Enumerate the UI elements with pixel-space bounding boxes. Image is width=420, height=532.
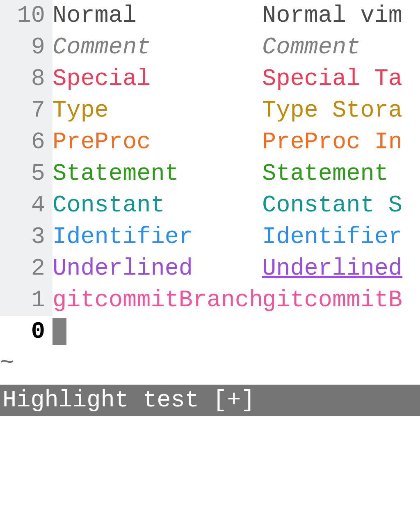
line-number-current: 0 [0,316,52,348]
line-number: 8 [0,63,52,95]
highlight-group-sample: Constant S [262,192,402,218]
line-content[interactable] [52,316,420,348]
highlight-group-name: Identifier [52,221,262,253]
editor-line[interactable]: 10NormalNormal vim [0,0,420,32]
editor-line[interactable]: 4ConstantConstant S [0,190,420,221]
line-number: 10 [0,0,52,32]
line-content[interactable]: IdentifierIdentifier [52,221,420,253]
editor-line[interactable]: 7TypeType Stora [0,95,420,126]
highlight-group-sample: Comment [262,34,360,60]
line-number: 6 [0,126,52,158]
line-content[interactable]: ConstantConstant S [52,190,420,221]
editor-buffer[interactable]: 10NormalNormal vim9CommentComment8Specia… [0,0,420,379]
highlight-group-name: Statement [52,158,262,190]
status-line-text: Highlight test [+] [2,385,255,416]
highlight-group-name: gitcommitBranch [52,284,262,316]
line-content[interactable]: UnderlinedUnderlined [52,253,420,284]
highlight-group-sample: Normal vim [262,2,402,29]
line-number: 7 [0,95,52,126]
highlight-group-sample: gitcommitB [262,287,402,313]
highlight-group-sample: Underlined [262,255,402,282]
editor-line[interactable]: 6PreProcPreProc In [0,126,420,158]
line-content[interactable]: StatementStatement [52,158,420,190]
tilde-icon: ~ [0,348,14,379]
editor-line[interactable]: 8SpecialSpecial Ta [0,63,420,95]
line-content[interactable]: TypeType Stora [52,95,420,126]
highlight-group-name: Underlined [52,253,262,284]
line-number: 5 [0,158,52,190]
buffer-end-line: ~ [0,348,420,379]
highlight-group-sample: Type Stora [262,97,402,124]
line-content[interactable]: SpecialSpecial Ta [52,63,420,95]
editor-line[interactable]: 9CommentComment [0,32,420,63]
editor-line[interactable]: 3IdentifierIdentifier [0,221,420,253]
line-content[interactable]: CommentComment [52,32,420,63]
editor-line[interactable]: 2UnderlinedUnderlined [0,253,420,284]
highlight-group-name: Special [52,63,262,95]
line-number: 4 [0,190,52,221]
line-number: 3 [0,221,52,253]
editor-line[interactable]: 5StatementStatement [0,158,420,190]
highlight-group-name: Type [52,95,262,126]
highlight-group-name: Constant [52,190,262,221]
line-content[interactable]: gitcommitBranch gitcommitB [52,284,420,316]
line-number: 1 [0,284,52,316]
line-number: 9 [0,32,52,63]
cursor-icon [52,318,66,345]
highlight-group-name: PreProc [52,126,262,158]
highlight-group-sample: PreProc In [262,129,402,155]
highlight-group-sample: Identifier [262,224,402,250]
line-number: 2 [0,253,52,284]
status-line: Highlight test [+] [0,385,420,416]
highlight-group-sample: Statement [262,161,402,187]
editor-line-current[interactable]: 0 [0,316,420,348]
line-content[interactable]: PreProcPreProc In [52,126,420,158]
line-content[interactable]: NormalNormal vim [52,0,420,32]
highlight-group-name: Comment [52,32,262,63]
highlight-group-name: Normal [52,0,262,32]
editor-line[interactable]: 1gitcommitBranch gitcommitB [0,284,420,316]
highlight-group-sample: Special Ta [262,66,402,92]
